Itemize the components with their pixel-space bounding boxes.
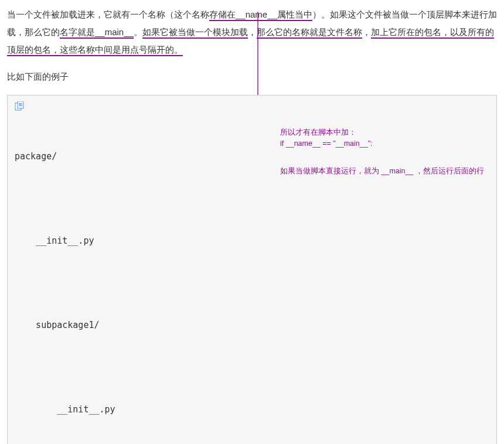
annotation-note-1: 所以才有在脚本中加： if __name__ == "__main__":: [280, 127, 373, 149]
paragraph-2: 比如下面的例子: [7, 68, 497, 86]
code-line: __init__.py: [15, 234, 489, 248]
svg-rect-6: [19, 105, 22, 106]
text: ，: [248, 27, 257, 37]
copy-icon[interactable]: [15, 101, 25, 111]
underline-module-load: 如果它被当做一个模块加载: [142, 27, 248, 39]
code-line: [15, 360, 489, 374]
text: 。: [134, 27, 142, 37]
code-line: [15, 192, 489, 206]
paragraph-1: 当一个文件被加载进来，它就有一个名称（这个名称存储在__name__属性当中）。…: [7, 6, 497, 59]
annotation-note-2: 如果当做脚本直接运行，就为 __main__ ，然后运行后面的行: [280, 166, 484, 177]
code-line: [15, 276, 489, 290]
underline-main: 名字就是__main__: [60, 27, 134, 39]
code-line: package/: [15, 149, 489, 163]
text: 当一个文件被加载进来，它就有一个名称（这个名称: [7, 9, 209, 19]
code-line: __init__.py: [15, 402, 489, 416]
text: ，: [362, 27, 371, 37]
underline-name-attr: 存储在__name__属性当中: [209, 9, 312, 21]
underline-filename: 那么它的名称就是文件名称: [257, 27, 362, 39]
svg-rect-5: [19, 104, 22, 105]
code-line: subpackage1/: [15, 318, 489, 332]
svg-rect-4: [19, 103, 22, 104]
annotation-line: 所以才有在脚本中加：: [280, 127, 373, 138]
code-block-container: package/ __init__.py subpackage1/ __init…: [7, 95, 497, 444]
annotation-line: if __name__ == "__main__":: [280, 138, 373, 149]
